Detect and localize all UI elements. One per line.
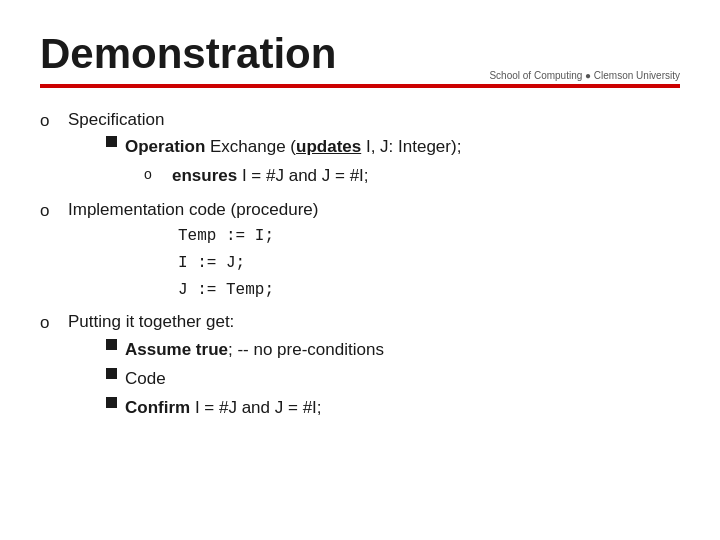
bullet-specification: o Specification Operation Exchange (upda… [40,106,680,192]
putting-text: Putting it together get: Assume true; --… [68,308,680,423]
bullet-implementation: o Implementation code (procedure) Temp :… [40,196,680,305]
bullet-assume: Assume true; -- no pre-conditions [106,336,680,363]
operation-text: Operation Exchange (updates I, J: Intege… [125,133,680,160]
assume-bold: Assume true [125,340,228,359]
updates-bold: updates [296,137,361,156]
square-bullet-confirm [106,397,117,408]
implementation-label: Implementation code (procedure) [68,200,318,219]
confirm-rest: I = #J and J = #I; [190,398,321,417]
square-bullet-assume [106,339,117,350]
operation-text-middle: Exchange ( [205,137,296,156]
code-block: Temp := I; I := J; J := Temp; [178,223,680,305]
confirm-bold: Confirm [125,398,190,417]
code-line-3: J := Temp; [178,277,680,304]
putting-label: Putting it together get: [68,312,234,331]
bullet-o-marker-2: o [40,197,58,224]
square-bullet-code [106,368,117,379]
header-subtitle: School of Computing ● Clemson University [489,70,680,81]
square-bullet-operation [106,136,117,147]
bullet-confirm: Confirm I = #J and J = #I; [106,394,680,421]
slide: Demonstration School of Computing ● Clem… [0,0,720,540]
bullet-putting: o Putting it together get: Assume true; … [40,308,680,423]
ensures-text: ensures I = #J and J = #I; [172,162,369,189]
bullet-o-marker-1: o [40,107,58,134]
assume-text: Assume true; -- no pre-conditions [125,336,680,363]
specification-label: Specification [68,110,164,129]
ensures-o-marker: o [144,163,162,185]
bullet-o-marker-3: o [40,309,58,336]
bullet-specification-text: Specification Operation Exchange (update… [68,106,680,192]
code-line-1: Temp := I; [178,223,680,250]
code-label: Code [125,365,680,392]
code-line-2: I := J; [178,250,680,277]
confirm-text: Confirm I = #J and J = #I; [125,394,680,421]
bullet-code: Code [106,365,680,392]
ensures-bold: ensures [172,166,237,185]
assume-rest: ; -- no pre-conditions [228,340,384,359]
operation-text-end: I, J: Integer); [361,137,461,156]
bullet-ensures: o ensures I = #J and J = #I; [144,162,680,189]
bullet-operation: Operation Exchange (updates I, J: Intege… [106,133,680,160]
operation-bold: Operation [125,137,205,156]
implementation-text: Implementation code (procedure) Temp := … [68,196,680,305]
slide-content: o Specification Operation Exchange (upda… [40,106,680,423]
header-bar: School of Computing ● Clemson University [40,84,680,88]
ensures-rest: I = #J and J = #I; [237,166,368,185]
